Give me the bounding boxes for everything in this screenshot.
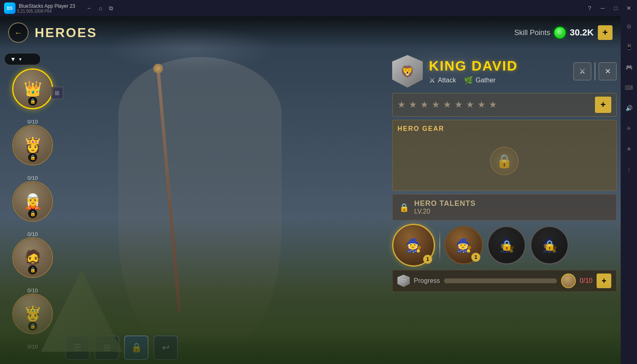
talents-title: HERO TALENTS: [414, 199, 610, 208]
hero-avatar-4[interactable]: 🧔 🔒: [12, 237, 53, 278]
hero-list-item-3[interactable]: 🧝 🔒 0/10: [4, 181, 61, 230]
close-btn[interactable]: ✕: [625, 5, 633, 11]
side-icon-7[interactable]: ★: [623, 143, 635, 155]
star-8: ★: [477, 99, 486, 110]
nav-home-icon[interactable]: ⌂: [99, 5, 102, 12]
side-icon-8[interactable]: ↕: [623, 163, 635, 175]
star-6: ★: [455, 99, 463, 110]
hero-count-2: 0/10: [27, 175, 38, 181]
gear-lock-icon: 🔒: [490, 147, 519, 175]
bluestacks-right-sidebar: ⚙ 📱 🎮 ⌨ 🔊 ✈ ★ ↕: [621, 16, 637, 364]
hero-list-item-2[interactable]: 👸 🔒 0/10: [4, 125, 61, 174]
hero-staff: [157, 72, 181, 313]
skill-icon-3[interactable]: 🧙 🔒: [487, 226, 526, 265]
bluestacks-title: BlueStacks App Player 23: [19, 3, 75, 9]
help-btn[interactable]: ?: [586, 5, 594, 11]
star-3: ★: [420, 99, 428, 110]
star-1: ★: [397, 99, 406, 110]
side-icon-6[interactable]: ✈: [623, 122, 635, 135]
skill-icon-2[interactable]: 🧙 1: [444, 226, 483, 265]
hero-avatar-2[interactable]: 👸 🔒: [12, 125, 53, 165]
skill-level-1: 1: [423, 255, 432, 264]
bluestacks-subtitle: 5.21.505.1008 P64: [17, 9, 75, 13]
star-5: ★: [443, 99, 451, 110]
skills-row: 🧙 1 🧙 1 🧙 🔒 🧙 🔒: [392, 224, 617, 267]
hero-lock-icon-3: 🔒: [28, 209, 37, 218]
skill-lock-overlay-4: 🔒: [531, 227, 568, 263]
nav-back-icon[interactable]: ←: [87, 5, 92, 12]
star-4: ★: [432, 99, 440, 110]
talents-lock-icon: 🔒: [399, 203, 409, 212]
hero-avatar-3[interactable]: 🧝 🔒: [12, 181, 53, 222]
skills-divider: [439, 229, 440, 262]
star-7: ★: [466, 99, 474, 110]
star-2: ★: [409, 99, 417, 110]
add-star-button[interactable]: +: [595, 97, 611, 113]
side-icon-1[interactable]: ⚙: [623, 20, 635, 33]
nav-window-icon[interactable]: ⧉: [109, 5, 113, 12]
skill-image-2: 🧙: [456, 238, 472, 253]
restore-btn[interactable]: □: [612, 5, 620, 11]
hero-talents-section: 🔒 HERO TALENTS LV.20: [392, 194, 617, 221]
hero-gear-section: HERO GEAR 🔒: [392, 120, 617, 191]
skill-lock-overlay-3: 🔒: [488, 227, 525, 263]
star-9: ★: [489, 99, 497, 110]
talents-level: LV.20: [414, 208, 610, 215]
skill-image-1: 🧙: [406, 238, 422, 253]
hero-count-3: 0/10: [27, 231, 38, 237]
hero-list-item-4[interactable]: 🧔 🔒 0/10: [4, 237, 61, 286]
talents-info: HERO TALENTS LV.20: [414, 199, 610, 215]
minimize-btn[interactable]: ─: [599, 5, 607, 11]
skill-icon-1[interactable]: 🧙 1: [392, 224, 435, 267]
gear-title: HERO GEAR: [397, 125, 611, 132]
side-icon-3[interactable]: 🎮: [623, 61, 635, 73]
skill-level-2: 1: [471, 253, 480, 262]
sky-clouds: [0, 16, 637, 98]
hero-lock-icon-1: 🔒: [28, 97, 37, 106]
bluestacks-bar: BS BlueStacks App Player 23 5.21.505.100…: [0, 0, 637, 16]
side-icon-2[interactable]: 📱: [623, 41, 635, 53]
side-icon-4[interactable]: ⌨: [623, 82, 635, 94]
hero-lock-icon-4: 🔒: [28, 265, 37, 274]
hero-count-1: 0/10: [27, 119, 38, 125]
skill-icon-4[interactable]: 🧙 🔒: [530, 226, 569, 265]
hero-lock-icon-2: 🔒: [28, 153, 37, 162]
gear-content: 🔒: [397, 137, 611, 185]
bluestacks-logo: BS: [4, 2, 16, 14]
side-icon-5[interactable]: 🔊: [623, 102, 635, 114]
